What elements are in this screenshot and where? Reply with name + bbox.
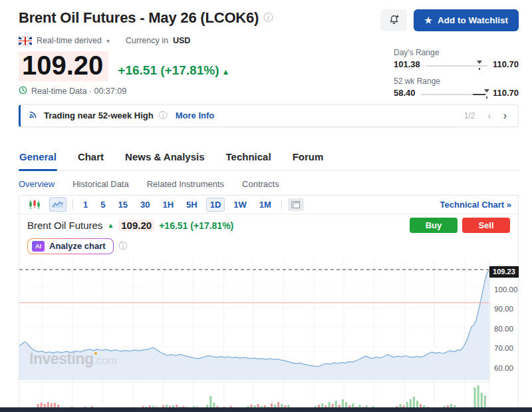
timeframe-1[interactable]: 1 — [79, 198, 92, 212]
buy-button[interactable]: Buy — [410, 218, 458, 233]
chart-price-change: +16.51 (+17.81%) — [159, 220, 233, 231]
price-axis: 100.0090.0080.0070.0060.00109.23 — [489, 260, 518, 412]
chevron-down-icon[interactable]: ▾ — [106, 37, 110, 45]
wk-range-marker — [484, 89, 489, 93]
timeframe-1m[interactable]: 1M — [255, 198, 275, 212]
timeframe-5[interactable]: 5 — [96, 198, 109, 212]
more-info-link[interactable]: More Info — [176, 110, 215, 120]
subtab-overview[interactable]: Overview — [19, 179, 55, 189]
wk-range-track — [421, 89, 487, 97]
instrument-meta: Real-time derived ▾ Currency in USD — [19, 36, 519, 45]
timeframe-15[interactable]: 15 — [114, 198, 131, 212]
main-tabs: GeneralChartNews & AnalysisTechnicalForu… — [19, 147, 519, 171]
wk-range-high: 110.70 — [493, 88, 519, 98]
signal-banner: Trading near 52-week High ⓘ More Info 1/… — [19, 104, 519, 127]
analyze-row: AI Analyze chart ⓘ — [19, 235, 518, 257]
price-chart-plot[interactable]: Investing.com — [19, 260, 489, 412]
chart-header: Brent Oil Futures ▲ 109.20 +16.51 (+17.8… — [19, 216, 518, 235]
analyze-info-icon[interactable]: ⓘ — [119, 240, 128, 252]
52wk-range: 52 wk Range 58.40 110.70 — [394, 77, 519, 98]
banner-info-icon[interactable]: ⓘ — [159, 110, 168, 122]
currency-value: USD — [173, 36, 190, 45]
candlestick-chart-icon[interactable] — [26, 197, 43, 212]
bell-plus-icon — [388, 14, 400, 27]
title-info-icon[interactable]: ⓘ — [263, 12, 273, 24]
y-axis-label: 70.00 — [494, 344, 513, 352]
banner-text: Trading near 52-week High — [44, 110, 154, 120]
banner-pager: 1/2 — [464, 111, 475, 120]
tab-forum[interactable]: Forum — [292, 147, 325, 170]
tab-general[interactable]: General — [19, 147, 57, 170]
price-change: +16.51 (+17.81%)▲ — [118, 63, 229, 78]
realtime-derived-label[interactable]: Real-time derived — [37, 36, 102, 45]
area-chart-icon[interactable] — [49, 197, 66, 212]
banner-next-button[interactable]: › — [500, 109, 510, 122]
sub-tabs: OverviewHistorical DataRelated Instrumen… — [19, 179, 519, 189]
tab-technical[interactable]: Technical — [225, 147, 272, 170]
y-axis-label: 80.00 — [494, 325, 513, 333]
page-header: Brent Oil Futures - May 26 (LCOK6) ⓘ ★ — [19, 9, 519, 31]
tab-news-analysis[interactable]: News & Analysis — [124, 147, 205, 170]
add-to-watchlist-button[interactable]: ★ Add to Watchlist — [414, 9, 519, 31]
page-title: Brent Oil Futures - May 26 (LCOK6) — [19, 9, 259, 27]
sell-button[interactable]: Sell — [462, 218, 510, 233]
up-triangle-icon: ▲ — [107, 222, 114, 229]
timeframe-group: 1515301H5H1D1W1M — [79, 198, 275, 212]
analyze-chart-button[interactable]: AI Analyze chart — [27, 238, 114, 254]
technical-chart-link[interactable]: Technical Chart » — [440, 200, 511, 210]
chart-layout-icon[interactable] — [288, 198, 304, 211]
timeframe-5h[interactable]: 5H — [182, 198, 201, 212]
banner-prev-button[interactable]: ‹ — [484, 109, 494, 122]
day-range-marker — [477, 61, 482, 64]
subtab-historical-data[interactable]: Historical Data — [72, 179, 129, 189]
price-chart-svg — [19, 260, 490, 412]
day-range-high: 110.70 — [493, 59, 519, 69]
create-alert-button[interactable] — [380, 9, 407, 31]
ranges-panel: Day's Range 101.38 110.70 52 wk Range 58… — [394, 48, 519, 98]
tab-chart[interactable]: Chart — [77, 147, 104, 170]
timeframe-1h[interactable]: 1H — [158, 198, 178, 212]
chart-last-price: 109.20 — [118, 220, 154, 231]
wk-range-low: 58.40 — [394, 88, 416, 98]
y-axis-label: 60.00 — [494, 364, 513, 372]
days-range: Day's Range 101.38 110.70 — [394, 48, 519, 69]
up-triangle-icon: ▲ — [221, 67, 229, 77]
ai-badge-icon: AI — [32, 241, 45, 252]
subtab-contracts[interactable]: Contracts — [242, 179, 279, 189]
star-icon: ★ — [424, 15, 432, 25]
footer-strip — [0, 407, 532, 412]
currency-in-label: Currency in — [126, 36, 168, 45]
y-axis-label: 100.00 — [494, 286, 517, 294]
day-range-track — [426, 61, 487, 69]
investing-watermark: Investing.com — [29, 350, 116, 368]
chart-toolbar: 1515301H5H1D1W1M Technical Chart » — [19, 196, 518, 214]
day-range-low: 101.38 — [394, 59, 420, 69]
instrument-page: Brent Oil Futures - May 26 (LCOK6) ⓘ ★ — [0, 0, 532, 412]
last-price: 109.20 — [19, 51, 108, 81]
timeframe-30[interactable]: 30 — [136, 198, 154, 212]
last-price-badge: 109.23 — [489, 266, 519, 278]
chart-instrument-name: Brent Oil Futures — [27, 220, 102, 231]
subtab-related-instruments[interactable]: Related Instruments — [147, 179, 224, 189]
timeframe-1w[interactable]: 1W — [229, 198, 251, 212]
wk-range-day-segment — [473, 94, 485, 95]
timeframe-1d[interactable]: 1D — [206, 198, 225, 212]
clock-icon — [19, 86, 27, 97]
broadcast-icon — [29, 109, 39, 122]
chart-widget: 1515301H5H1D1W1M Technical Chart » Brent… — [19, 195, 519, 412]
uk-flag-icon — [19, 37, 32, 45]
watermark-dot — [94, 352, 97, 355]
watchlist-label: Add to Watchlist — [438, 15, 508, 25]
chart-body: Investing.com 100.0090.0080.0070.0060.00… — [19, 257, 518, 412]
y-axis-label: 90.00 — [494, 305, 513, 313]
